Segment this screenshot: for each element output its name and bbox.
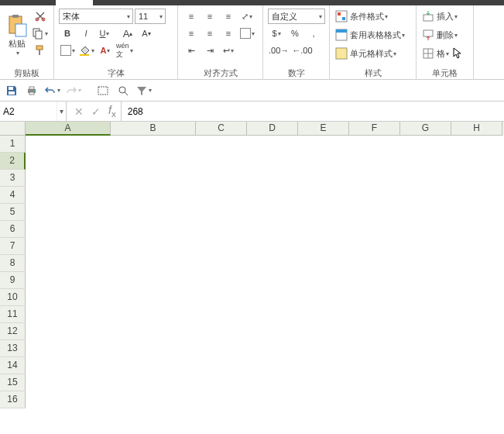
col-header-B[interactable]: B [111,122,196,136]
cut-button[interactable] [31,9,49,24]
scissors-icon [34,10,46,22]
funnel-icon [135,84,148,97]
name-box-dropdown[interactable]: ▾ [57,102,66,121]
svg-rect-2 [15,24,26,36]
row-header-15[interactable]: 15 [0,374,26,391]
row-header-4[interactable]: 4 [0,187,26,204]
insert-icon [422,10,434,22]
row-header-8[interactable]: 8 [0,255,26,272]
row-header-11[interactable]: 11 [0,306,26,323]
col-header-C[interactable]: C [196,122,247,136]
col-header-E[interactable]: E [298,122,349,136]
paste-button[interactable]: 粘贴 [5,9,29,61]
group-clipboard: 粘贴 剪贴板 [0,5,54,80]
insert-button[interactable]: 插入 [421,9,468,24]
dec-decimal-button[interactable]: ←.00 [291,43,313,58]
fill-color-button[interactable] [77,43,95,58]
phonetic-button[interactable]: wén文 [115,43,134,58]
group-alignment: ≡ ≡ ≡ ⤢ ≡ ≡ ≡ ⇤ ⇥ ↩ 对齐方式 [178,5,263,80]
align-right-button[interactable]: ≡ [220,26,237,41]
enter-formula-button[interactable]: ✓ [91,105,101,118]
align-left-button[interactable]: ≡ [183,26,200,41]
number-format-select[interactable]: 自定义 [268,9,325,24]
col-header-H[interactable]: H [451,122,502,136]
accounting-button[interactable]: $ [268,26,285,41]
svg-rect-17 [423,15,433,21]
orientation-button[interactable]: ⤢ [238,9,255,24]
find-button[interactable] [115,83,132,98]
redo-button[interactable] [64,83,82,98]
copy-button[interactable] [31,26,49,41]
row-header-13[interactable]: 13 [0,340,26,357]
col-header-G[interactable]: G [400,122,451,136]
inc-decimal-button[interactable]: .00→ [268,43,290,58]
filter-button[interactable] [135,83,153,98]
font-name-select[interactable]: 宋体 [59,9,133,24]
delete-button[interactable]: 删除 [421,27,468,43]
cell-style-button[interactable]: 单元格样式 [334,46,411,61]
row-header-9[interactable]: 9 [0,272,26,289]
bold-button[interactable]: B [59,26,76,41]
font-color-button[interactable]: A [97,43,114,58]
row-header-14[interactable]: 14 [0,357,26,374]
wrap-text-button[interactable]: ↩ [220,43,237,58]
indent-inc-button[interactable]: ⇥ [201,43,218,58]
percent-button[interactable]: % [286,26,303,41]
font-shrink-button[interactable]: A▾ [138,26,155,41]
save-button[interactable] [3,83,20,98]
screenshot-button[interactable] [94,83,111,98]
col-header-F[interactable]: F [349,122,400,136]
align-center-button[interactable]: ≡ [201,26,218,41]
paste-label: 粘贴 [9,38,26,50]
row-header-16[interactable]: 16 [0,391,26,408]
delete-icon [422,29,434,41]
fx-button[interactable]: fx [108,104,116,119]
col-header-D[interactable]: D [247,122,298,136]
align-bottom-button[interactable]: ≡ [220,9,237,24]
indent-dec-button[interactable]: ⇤ [183,43,200,58]
name-box-input[interactable] [0,103,57,120]
formula-input[interactable] [122,102,504,121]
merge-button[interactable] [238,26,255,41]
paste-icon [5,13,29,38]
conditional-format-button[interactable]: 条件格式 [334,9,411,24]
row-header-7[interactable]: 7 [0,238,26,255]
row-header-6[interactable]: 6 [0,221,26,238]
svg-rect-18 [423,30,433,36]
comma-button[interactable]: , [305,26,322,41]
svg-rect-11 [338,12,341,16]
row-header-2[interactable]: 2 [0,153,26,170]
print-icon [26,84,38,97]
underline-button[interactable]: U [96,26,113,41]
name-box: ▾ [0,102,67,121]
format-painter-button[interactable] [31,43,49,58]
font-size-select[interactable]: 11 [135,9,166,24]
svg-rect-1 [12,15,19,18]
row-header-3[interactable]: 3 [0,170,26,187]
group-label-number: 数字 [268,67,324,78]
brush-icon [34,44,46,57]
align-top-button[interactable]: ≡ [183,9,200,24]
group-label-styles: 样式 [334,67,411,78]
quick-access-toolbar [0,80,504,102]
bucket-icon [78,44,91,57]
group-label-alignment: 对齐方式 [183,67,258,78]
print-button[interactable] [23,83,40,98]
col-header-A[interactable]: A [26,122,111,136]
row-header-10[interactable]: 10 [0,289,26,306]
cancel-formula-button[interactable]: ✕ [74,105,84,118]
row-header-5[interactable]: 5 [0,204,26,221]
svg-point-25 [33,90,35,91]
border-button[interactable] [59,43,76,58]
undo-button[interactable] [43,83,61,98]
row-header-12[interactable]: 12 [0,323,26,340]
table-format-button[interactable]: 套用表格格式 [334,27,411,43]
italic-button[interactable]: I [77,26,94,41]
font-grow-button[interactable]: A▴ [119,26,136,41]
group-font: 宋体 11 B I U A▴ A▾ A wén文 字体 [54,5,178,80]
format-button[interactable]: 格 [421,46,468,61]
row-header-1[interactable]: 1 [0,136,26,153]
svg-rect-20 [9,87,13,90]
copy-icon [32,27,44,40]
align-middle-button[interactable]: ≡ [201,9,218,24]
